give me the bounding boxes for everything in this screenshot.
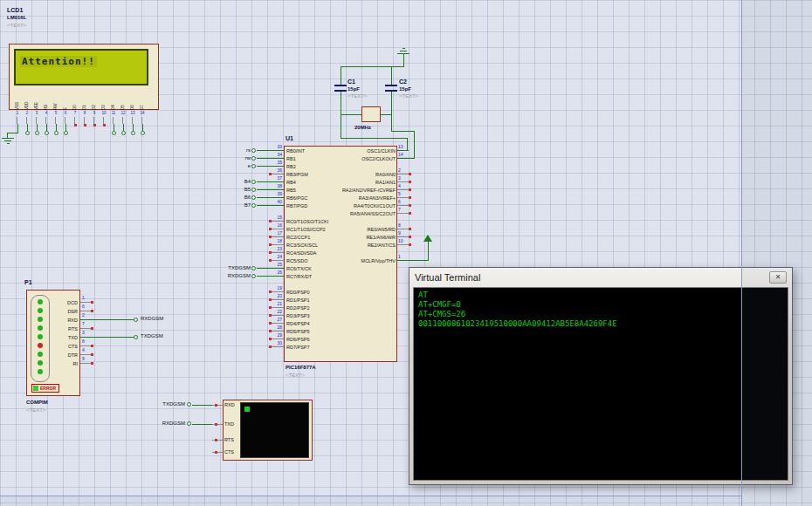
net-terminal: [187, 402, 191, 407]
gsm-module-screen: [240, 402, 309, 458]
sheet-right-edge: [741, 0, 812, 506]
terminal-line: AT+CMGS=26: [418, 310, 783, 319]
pin-marker: [215, 404, 217, 407]
net-terminal: [187, 421, 191, 426]
virtual-terminal-window: Virtual Terminal ✕ AT AT+CMGF=0 AT+CMGS=…: [409, 267, 793, 485]
gsm-status-led-icon: [244, 407, 250, 412]
terminal-line: AT+CMGF=0: [418, 300, 783, 310]
sheet-bottom-edge: [0, 496, 741, 506]
pin-stub: [212, 424, 223, 425]
wire-segment: [192, 424, 212, 425]
pin-marker: [215, 439, 217, 441]
pin-stub: [212, 405, 223, 406]
wire-segment: [192, 405, 212, 406]
pin-label: TXD: [224, 421, 234, 427]
net-label: TXDGSM: [154, 401, 185, 407]
terminal-screen[interactable]: AT AT+CMGF=0 AT+CMGS=26 0011000861023419…: [413, 287, 788, 481]
terminal-line: 0011000861023419510000AA09412AB5E8A4269F…: [418, 319, 783, 329]
pin-marker: [215, 451, 217, 454]
window-title: Virtual Terminal: [415, 272, 480, 283]
schematic-canvas[interactable]: LCD1 LM016L <TEXT> Attention!! VSS 1 VDD…: [0, 0, 812, 506]
pin-label: CTS: [224, 449, 234, 455]
terminal-output: AT AT+CMGF=0 AT+CMGS=26 0011000861023419…: [418, 291, 783, 329]
pin-label: RXD: [224, 402, 235, 407]
pin-marker: [215, 423, 217, 426]
pin-label: RTS: [224, 437, 234, 442]
net-label: RXDGSM: [154, 421, 185, 426]
pin-stub: [212, 452, 223, 453]
window-titlebar[interactable]: Virtual Terminal ✕: [409, 268, 792, 286]
pin-stub: [212, 440, 223, 441]
terminal-line: AT: [418, 291, 783, 300]
